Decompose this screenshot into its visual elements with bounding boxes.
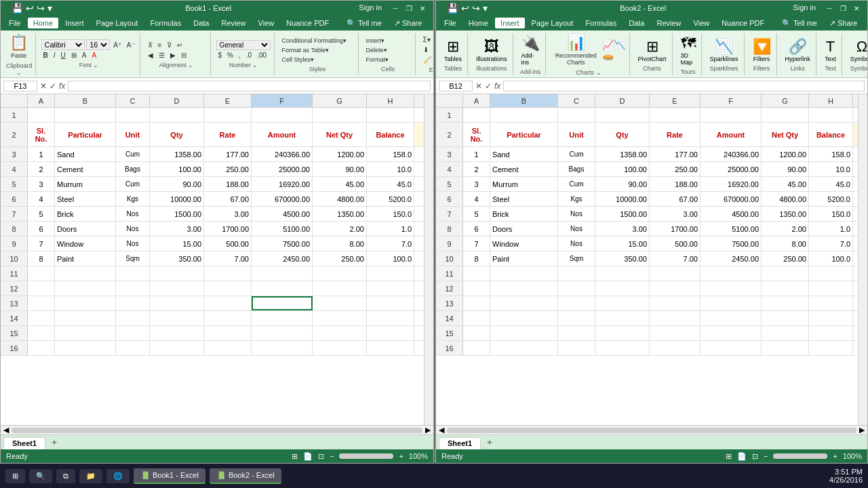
cell-B1-right[interactable]	[490, 108, 558, 122]
cell-G10-left[interactable]: 250.00	[313, 251, 367, 266]
cell-A3-right[interactable]: 1	[463, 147, 490, 161]
cell-D13-left[interactable]	[150, 296, 204, 310]
cell-D11-right[interactable]	[595, 266, 650, 281]
cell-styles-left[interactable]: Cell Styles▾	[280, 55, 317, 64]
currency-left[interactable]: $	[216, 50, 224, 60]
cell-C5-right[interactable]: Cum	[558, 177, 595, 191]
menu-share-right[interactable]: ↗ Share	[824, 18, 863, 29]
cell-A5-right[interactable]: 3	[463, 177, 490, 191]
cell-F12-left[interactable]	[252, 281, 313, 296]
cell-E11-right[interactable]	[650, 266, 701, 281]
cell-B16-right[interactable]	[490, 341, 558, 355]
browser-taskbar[interactable]: 🌐	[106, 469, 130, 483]
row-header-3-left[interactable]: 3	[1, 147, 28, 161]
wrap-text-left[interactable]: ↵	[175, 40, 184, 50]
cancel-formula-icon-left[interactable]: ✕	[40, 81, 47, 91]
cell-G5-right[interactable]: 45.00	[762, 177, 809, 191]
cell-H5-left[interactable]: 45.0	[367, 177, 414, 191]
cell-G11-left[interactable]	[313, 266, 367, 281]
cell-C1-left[interactable]	[116, 108, 150, 122]
cell-D6-left[interactable]: 10000.00	[150, 192, 204, 206]
cell-B10-right[interactable]: Paint	[490, 251, 558, 266]
cell-D7-left[interactable]: 1500.00	[150, 207, 204, 221]
cell-B4-left[interactable]: Cement	[55, 162, 116, 176]
sheet-tab-1-left[interactable]: Sheet1	[3, 437, 45, 449]
zoom-out-left[interactable]: −	[330, 452, 334, 460]
col-header-E-left[interactable]: E	[204, 94, 252, 107]
row-header-14-left[interactable]: 14	[1, 311, 28, 325]
v-scroll-left[interactable]	[424, 94, 433, 425]
cell-B6-left[interactable]: Steel	[55, 192, 116, 206]
col-header-C-right[interactable]: C	[558, 94, 595, 107]
cell-F10-left[interactable]: 2450.00	[252, 251, 313, 266]
row-header-12-left[interactable]: 12	[1, 281, 28, 296]
excel-taskbar-1[interactable]: 📗 Book1 - Excel	[134, 468, 205, 484]
restore-button-right[interactable]: ❐	[837, 3, 848, 13]
restore-button-left[interactable]: ❐	[403, 3, 414, 13]
cell-ref-left[interactable]: F13	[3, 81, 37, 92]
cell-A11-left[interactable]	[28, 266, 55, 281]
cell-H2-right[interactable]: Balance	[809, 123, 853, 146]
dec-dec-left[interactable]: .00	[255, 50, 269, 60]
cell-F14-left[interactable]	[252, 311, 313, 325]
dec-inc-left[interactable]: .0	[244, 50, 254, 60]
row-header-11-left[interactable]: 11	[1, 266, 28, 281]
cell-G12-right[interactable]	[762, 281, 809, 296]
cell-E10-left[interactable]: 7.00	[204, 251, 252, 266]
cell-E6-left[interactable]: 67.00	[204, 192, 252, 206]
zoom-in-right[interactable]: +	[833, 452, 837, 460]
format-as-table-left[interactable]: Format as Table▾	[280, 45, 331, 55]
comma-left[interactable]: ,	[237, 50, 243, 60]
cell-G1-left[interactable]	[313, 108, 367, 122]
cell-E14-right[interactable]	[650, 311, 701, 325]
cell-A8-left[interactable]: 6	[28, 222, 55, 236]
col-header-D-right[interactable]: D	[595, 94, 650, 107]
v-scroll-right[interactable]	[858, 94, 867, 425]
cell-C15-right[interactable]	[558, 326, 595, 340]
cancel-formula-icon-right[interactable]: ✕	[475, 81, 482, 91]
cell-C10-left[interactable]: Sqm	[116, 251, 150, 266]
col-header-E-right[interactable]: E	[650, 94, 701, 107]
cell-B3-left[interactable]: Sand	[55, 147, 116, 161]
cell-H9-right[interactable]: 7.0	[809, 237, 853, 251]
add-sheet-right[interactable]: +	[482, 434, 497, 449]
cell-C11-left[interactable]	[116, 266, 150, 281]
page-break-icon-left[interactable]: ⊡	[318, 452, 324, 461]
cell-G4-left[interactable]: 90.00	[313, 162, 367, 176]
cell-E5-right[interactable]: 188.00	[650, 177, 701, 191]
cell-B15-right[interactable]	[490, 326, 558, 340]
cell-E9-left[interactable]: 500.00	[204, 237, 252, 251]
cell-E16-left[interactable]	[204, 341, 252, 355]
start-button[interactable]: ⊞	[5, 469, 25, 483]
cell-G15-right[interactable]	[762, 326, 809, 340]
font-name-select-left[interactable]: Calibri	[41, 39, 85, 50]
align-top-left[interactable]: ⊼	[146, 40, 155, 50]
cell-A9-right[interactable]: 7	[463, 237, 490, 251]
menu-file-left[interactable]: File	[3, 18, 26, 28]
menu-formulas-right[interactable]: Formulas	[580, 18, 622, 28]
row-header-10-left[interactable]: 10	[1, 251, 28, 266]
menu-share-left[interactable]: ↗ Share	[389, 18, 427, 29]
col-header-A-left[interactable]: A	[28, 94, 55, 107]
cell-G4-right[interactable]: 90.00	[762, 162, 809, 176]
cell-H11-right[interactable]	[809, 266, 853, 281]
cell-H6-right[interactable]: 5200.0	[809, 192, 853, 206]
percent-left[interactable]: %	[225, 50, 235, 60]
formula-input-left[interactable]	[68, 81, 431, 92]
cell-E4-left[interactable]: 250.00	[204, 162, 252, 176]
cell-F9-left[interactable]: 7500.00	[252, 237, 313, 251]
cell-F2-left[interactable]: Amount	[252, 123, 313, 146]
row-header-9-left[interactable]: 9	[1, 237, 28, 251]
autosum-left[interactable]: Σ▾	[421, 35, 433, 45]
cell-E4-right[interactable]: 250.00	[650, 162, 701, 176]
cell-F16-right[interactable]	[701, 341, 762, 355]
file-explorer-taskbar[interactable]: 📁	[79, 469, 102, 483]
cell-G3-left[interactable]: 1200.00	[313, 147, 367, 161]
insert-btn-left[interactable]: Insert▾	[364, 36, 387, 45]
menu-file-right[interactable]: File	[439, 18, 462, 28]
cell-D10-right[interactable]: 350.00	[595, 251, 650, 266]
cell-H7-right[interactable]: 150.0	[809, 207, 853, 221]
minimize-button-left[interactable]: ─	[390, 3, 401, 13]
zoom-bar-right[interactable]	[773, 453, 827, 459]
cell-G6-left[interactable]: 4800.00	[313, 192, 367, 206]
